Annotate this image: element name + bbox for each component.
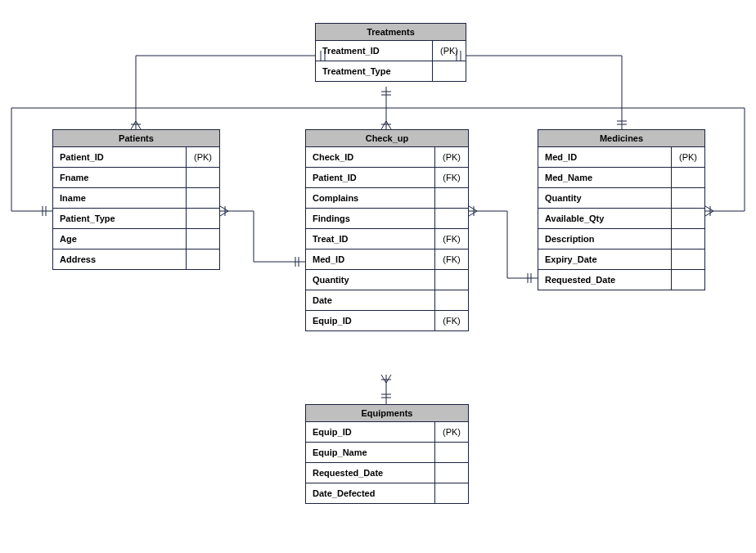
field-key bbox=[187, 168, 219, 187]
table-row: Quantity bbox=[306, 270, 468, 290]
field-name: Equip_ID bbox=[306, 311, 435, 330]
field-key bbox=[187, 188, 219, 208]
field-key: (FK) bbox=[435, 229, 468, 249]
field-key bbox=[672, 188, 704, 208]
field-name: Available_Qty bbox=[538, 209, 672, 228]
field-name: Patient_ID bbox=[306, 168, 435, 187]
field-name: Age bbox=[53, 229, 187, 249]
table-row: Findings bbox=[306, 209, 468, 229]
field-name: Equip_Name bbox=[306, 443, 435, 462]
field-key bbox=[435, 270, 468, 290]
table-row: Treatment_ID (PK) bbox=[316, 41, 466, 61]
entity-medicines: Medicines Med_ID (PK) Med_Name Quantity … bbox=[538, 129, 705, 290]
field-key bbox=[672, 168, 704, 187]
field-key bbox=[435, 483, 468, 503]
field-name: Treatment_Type bbox=[316, 61, 433, 81]
field-key bbox=[435, 209, 468, 228]
field-key bbox=[672, 270, 704, 290]
field-key bbox=[435, 290, 468, 310]
entity-medicines-header: Medicines bbox=[538, 130, 704, 147]
table-row: Description bbox=[538, 229, 704, 250]
table-row: Patient_ID (FK) bbox=[306, 168, 468, 188]
table-row: Address bbox=[53, 250, 219, 269]
table-row: Available_Qty bbox=[538, 209, 704, 229]
field-key: (PK) bbox=[435, 147, 468, 167]
entity-checkup-header: Check_up bbox=[306, 130, 468, 147]
field-name: Iname bbox=[53, 188, 187, 208]
field-name: Quantity bbox=[306, 270, 435, 290]
table-row: Requested_Date bbox=[306, 463, 468, 483]
field-key: (FK) bbox=[435, 250, 468, 269]
field-key bbox=[435, 188, 468, 208]
entity-equipments: Equipments Equip_ID (PK) Equip_Name Requ… bbox=[305, 404, 469, 504]
field-key bbox=[187, 229, 219, 249]
field-name: Requested_Date bbox=[538, 270, 672, 290]
field-name: Patient_Type bbox=[53, 209, 187, 228]
field-name: Treat_ID bbox=[306, 229, 435, 249]
field-key bbox=[672, 209, 704, 228]
field-key: (FK) bbox=[435, 168, 468, 187]
field-name: Complains bbox=[306, 188, 435, 208]
field-key bbox=[435, 463, 468, 483]
field-key bbox=[435, 443, 468, 462]
table-row: Expiry_Date bbox=[538, 250, 704, 270]
table-row: Date bbox=[306, 290, 468, 311]
field-key bbox=[672, 250, 704, 269]
table-row: Treatment_Type bbox=[316, 61, 466, 81]
entity-equipments-header: Equipments bbox=[306, 405, 468, 422]
field-name: Med_ID bbox=[538, 147, 672, 167]
table-row: Iname bbox=[53, 188, 219, 209]
field-name: Check_ID bbox=[306, 147, 435, 167]
field-key bbox=[433, 61, 466, 81]
table-row: Equip_ID (PK) bbox=[306, 422, 468, 443]
field-name: Fname bbox=[53, 168, 187, 187]
field-name: Med_ID bbox=[306, 250, 435, 269]
table-row: Med_ID (PK) bbox=[538, 147, 704, 168]
table-row: Check_ID (PK) bbox=[306, 147, 468, 168]
table-row: Complains bbox=[306, 188, 468, 209]
field-name: Findings bbox=[306, 209, 435, 228]
table-row: Patient_Type bbox=[53, 209, 219, 229]
field-key: (PK) bbox=[433, 41, 466, 61]
table-row: Equip_Name bbox=[306, 443, 468, 463]
entity-treatments-header: Treatments bbox=[316, 24, 466, 41]
field-name: Address bbox=[53, 250, 187, 269]
field-name: Date bbox=[306, 290, 435, 310]
field-name: Patient_ID bbox=[53, 147, 187, 167]
table-row: Med_Name bbox=[538, 168, 704, 188]
table-row: Treat_ID (FK) bbox=[306, 229, 468, 250]
field-name: Treatment_ID bbox=[316, 41, 433, 61]
field-key bbox=[187, 250, 219, 269]
entity-checkup: Check_up Check_ID (PK) Patient_ID (FK) C… bbox=[305, 129, 469, 331]
field-name: Med_Name bbox=[538, 168, 672, 187]
table-row: Fname bbox=[53, 168, 219, 188]
field-key: (FK) bbox=[435, 311, 468, 330]
table-row: Med_ID (FK) bbox=[306, 250, 468, 270]
field-name: Equip_ID bbox=[306, 422, 435, 442]
table-row: Date_Defected bbox=[306, 483, 468, 503]
table-row: Equip_ID (FK) bbox=[306, 311, 468, 330]
entity-treatments: Treatments Treatment_ID (PK) Treatment_T… bbox=[315, 23, 466, 82]
field-name: Expiry_Date bbox=[538, 250, 672, 269]
table-row: Patient_ID (PK) bbox=[53, 147, 219, 168]
field-key: (PK) bbox=[435, 422, 468, 442]
table-row: Age bbox=[53, 229, 219, 250]
table-row: Quantity bbox=[538, 188, 704, 209]
field-name: Date_Defected bbox=[306, 483, 435, 503]
field-name: Requested_Date bbox=[306, 463, 435, 483]
field-key bbox=[187, 209, 219, 228]
table-row: Requested_Date bbox=[538, 270, 704, 290]
entity-patients: Patients Patient_ID (PK) Fname Iname Pat… bbox=[52, 129, 220, 270]
field-name: Description bbox=[538, 229, 672, 249]
entity-patients-header: Patients bbox=[53, 130, 219, 147]
field-key: (PK) bbox=[187, 147, 219, 167]
field-key: (PK) bbox=[672, 147, 704, 167]
field-key bbox=[672, 229, 704, 249]
field-name: Quantity bbox=[538, 188, 672, 208]
